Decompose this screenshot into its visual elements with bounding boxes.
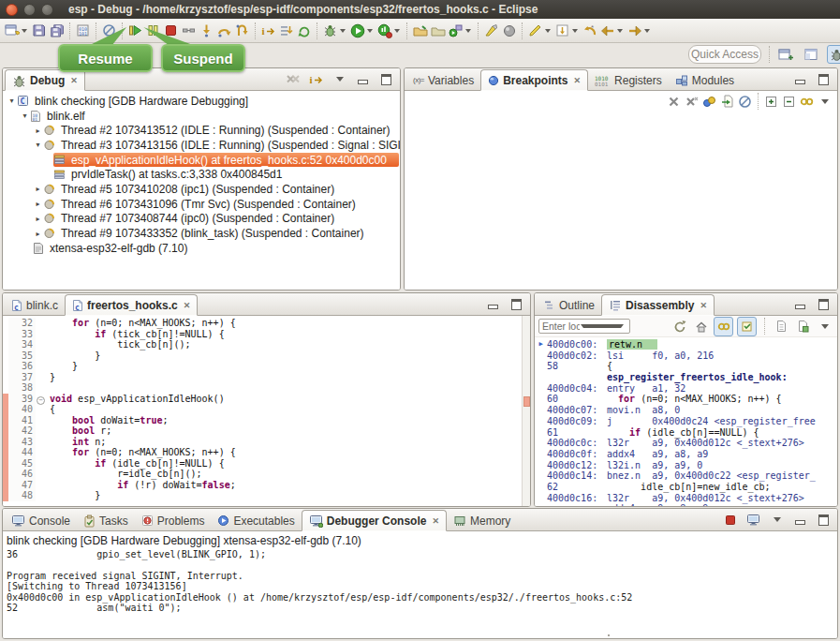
run-button[interactable] (348, 22, 366, 39)
tree-expander-icon[interactable]: ▸ (33, 127, 43, 135)
debug-perspective-button[interactable] (827, 45, 840, 64)
debug-button[interactable] (321, 22, 339, 39)
new-wizard-button[interactable] (3, 22, 21, 39)
display-console-button[interactable] (744, 511, 762, 529)
show-supported-breakpoints-button[interactable] (700, 93, 718, 111)
instruction-stepping-button[interactable]: i (259, 22, 277, 39)
forward-dropdown-icon[interactable] (644, 29, 650, 33)
maximize-button[interactable] (377, 70, 395, 88)
tab-memory[interactable]: Memory (447, 511, 517, 530)
debug-dropdown-icon[interactable] (340, 29, 346, 33)
tab-outline[interactable]: Outline (537, 295, 601, 315)
debug-tree-row[interactable]: ▾1001blink.elf (20, 109, 400, 124)
step-over-button[interactable] (215, 22, 233, 39)
tab-debug[interactable]: Debug✕ (5, 69, 85, 91)
debug-tree-row[interactable]: ▸Thread #5 1073410208 (ipc1) (Suspended … (33, 182, 400, 197)
code-editor[interactable]: 32 for (n=0; n<MAX_HOOKS; n++) {33 if (t… (3, 316, 530, 506)
forward-button[interactable] (626, 22, 643, 39)
save-button[interactable] (30, 22, 48, 39)
minimize-button[interactable] (484, 295, 502, 313)
tree-expander-icon[interactable]: ▸ (33, 185, 43, 193)
tab-tasks[interactable]: Tasks (77, 511, 135, 530)
tab-disassembly[interactable]: Disassembly✕ (601, 294, 715, 316)
last-edit-location-button[interactable]: * (581, 22, 598, 39)
disassembly-listing[interactable]: ▶400d0c00:retw.n400d0c02:lsi f0, a0, 216… (535, 337, 837, 506)
back-dropdown-icon[interactable] (617, 29, 623, 33)
minimize-button[interactable] (791, 295, 809, 313)
external-tools-button[interactable] (447, 22, 464, 39)
debug-tree-row[interactable]: ▸Thread #2 1073413512 (IDLE : Running) (… (33, 123, 400, 138)
next-annotation-dropdown-icon[interactable] (572, 29, 578, 33)
profile-button[interactable] (376, 22, 393, 39)
tab-console[interactable]: Console (5, 511, 77, 530)
open-type-button[interactable] (411, 22, 429, 39)
disconnect-button[interactable] (180, 22, 198, 39)
mark-occurrences-button[interactable] (482, 22, 500, 39)
debug-tree-row[interactable]: ▾Thread #3 1073413156 (IDLE : Running) (… (33, 138, 400, 153)
console-output[interactable]: blink checking [GDB Hardware Debugging] … (3, 531, 837, 638)
link-with-debug-button[interactable] (798, 93, 816, 111)
annotation-dropdown-icon[interactable] (545, 29, 551, 33)
tree-expander-icon[interactable]: ▸ (33, 200, 43, 208)
tree-expander-icon[interactable]: ▸ (33, 230, 43, 238)
debug-tree-row[interactable]: ▾Cblink checking [GDB Hardware Debugging… (7, 94, 400, 109)
resize-grip[interactable] (608, 634, 610, 638)
remove-all-breakpoints-button[interactable] (683, 93, 700, 111)
pin-view-button[interactable] (794, 318, 812, 335)
refresh-button[interactable] (671, 318, 688, 335)
new-wizard-dropdown-icon[interactable] (22, 29, 27, 33)
remove-breakpoint-button[interactable] (665, 93, 683, 111)
view-menu-button[interactable] (816, 318, 833, 335)
track-expression-button[interactable] (737, 317, 757, 336)
close-tab-icon[interactable]: ✕ (700, 301, 707, 310)
cpp-perspective-button[interactable] (802, 45, 820, 64)
tab-modules[interactable]: Modules (669, 70, 741, 90)
back-button[interactable] (598, 22, 616, 39)
combo-dropdown-icon[interactable] (581, 324, 624, 328)
open-resource-button[interactable] (429, 22, 447, 39)
tab-registers[interactable]: 10100101Registers (588, 70, 669, 90)
search-button[interactable] (500, 22, 518, 39)
tree-expander-icon[interactable]: ▾ (7, 97, 17, 105)
window-close-button[interactable] (6, 4, 18, 16)
debug-thread-tree[interactable]: ▾Cblink checking [GDB Hardware Debugging… (3, 91, 400, 290)
maximize-button[interactable] (815, 295, 833, 313)
external-tools-dropdown-icon[interactable] (465, 29, 471, 33)
tree-expander-icon[interactable]: ▾ (20, 112, 30, 120)
tab-debugger-console[interactable]: Debugger Console✕ (302, 510, 447, 531)
tab-problems[interactable]: Problems (135, 511, 212, 530)
overview-ruler[interactable] (522, 316, 530, 506)
step-return-button[interactable] (233, 22, 251, 39)
restart-button[interactable] (295, 22, 313, 39)
debug-tree-row[interactable]: esp_vApplicationIdleHook() at freertos_h… (53, 153, 399, 168)
close-tab-icon[interactable]: ✕ (70, 76, 78, 85)
window-maximize-button[interactable] (41, 4, 53, 16)
resume-button[interactable] (126, 22, 144, 39)
view-menu-button[interactable] (816, 93, 833, 111)
next-annotation-button[interactable] (553, 22, 571, 39)
close-tab-icon[interactable]: ✕ (432, 516, 439, 526)
close-tab-icon[interactable]: ✕ (574, 76, 582, 85)
tab-freertos-hooks-c[interactable]: cfreertos_hooks.c✕ (65, 294, 198, 316)
debug-tree-row[interactable]: ▸Thread #9 1073433352 (blink_task) (Susp… (33, 226, 400, 241)
debug-tree-row[interactable]: ▸Thread #6 1073431096 (Tmr Svc) (Suspend… (33, 197, 400, 212)
terminate-console-button[interactable] (721, 511, 739, 529)
close-tab-icon[interactable]: ✕ (184, 301, 191, 310)
tab-blink-c[interactable]: cblink.c (5, 295, 65, 315)
tab-executables[interactable]: Executables (211, 511, 301, 530)
run-dropdown-icon[interactable] (367, 29, 373, 33)
collapse-all-button[interactable] (780, 93, 798, 111)
minimize-button[interactable] (354, 70, 372, 88)
save-all-button[interactable] (48, 22, 66, 39)
tree-expander-icon[interactable]: ▸ (33, 215, 43, 223)
step-into-button[interactable] (198, 22, 215, 39)
home-button[interactable] (692, 318, 710, 335)
minimize-button[interactable] (791, 70, 809, 88)
debug-tree-row[interactable]: xtensa-esp32-elf-gdb (7.10) (33, 241, 400, 256)
open-perspective-button[interactable] (776, 45, 795, 64)
maximize-button[interactable] (815, 511, 833, 529)
view-menu-button[interactable] (768, 511, 786, 529)
quick-access-button[interactable]: Quick Access (688, 45, 761, 64)
tab-variables[interactable]: (x)=Variables (406, 70, 480, 90)
remove-all-terminated-button[interactable] (284, 70, 302, 88)
